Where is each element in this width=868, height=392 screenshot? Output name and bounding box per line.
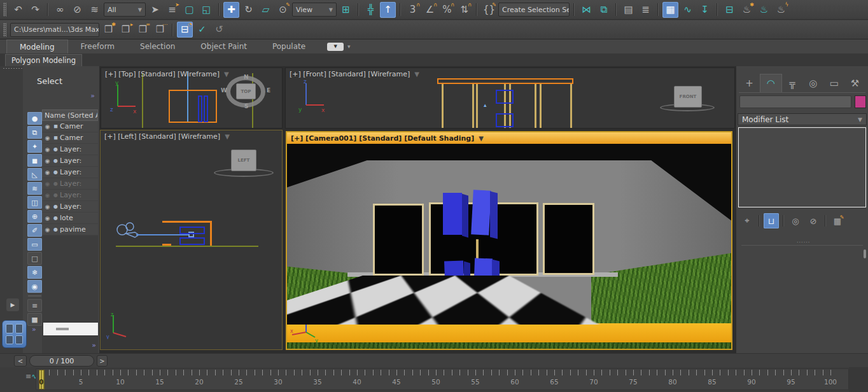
list-item[interactable]: ◉●lote [42, 213, 98, 224]
select-and-place-button[interactable]: ⊙✎ [275, 2, 291, 18]
compass-west[interactable]: W [221, 87, 227, 94]
viewport-left[interactable]: [+] [Left] [Standard] [Wireframe] ▼ LEFT… [100, 130, 283, 350]
object-wireframe[interactable] [198, 95, 202, 122]
panel-expand-button[interactable]: ▶ [6, 298, 19, 311]
visibility-eye-icon[interactable]: ◉ [43, 169, 52, 176]
list-item[interactable]: ◉●Layer: [42, 201, 98, 213]
mirror-button[interactable]: ⋈ [578, 2, 594, 18]
filter-containers[interactable]: ▭ [27, 238, 42, 251]
compass-south[interactable]: S [244, 103, 248, 109]
scrollbar-thumb[interactable] [56, 328, 69, 330]
pin-stack-button[interactable]: ⌖ [739, 213, 755, 228]
autobackup-toggle-button[interactable]: ⊟◔ [177, 22, 193, 38]
object-wireframe[interactable] [496, 90, 514, 104]
filter-frozen[interactable]: ❄ [27, 266, 42, 279]
angle-snap-button[interactable]: ∠∩ [422, 2, 438, 18]
visibility-eye-icon[interactable]: ◉ [43, 227, 52, 233]
object-name-field[interactable] [739, 95, 851, 108]
selected-object-wireframe[interactable] [437, 78, 573, 84]
filter-bones[interactable]: ✐ [27, 224, 42, 237]
align-button[interactable]: ⧉ [596, 2, 612, 18]
compass-east[interactable]: E [267, 87, 270, 94]
panel-grip[interactable] [3, 67, 23, 69]
make-unique-button[interactable]: ◎ [788, 213, 803, 228]
tab-display[interactable]: ▭ [823, 74, 844, 92]
unlink-selection-button[interactable]: ⊘ [69, 2, 85, 18]
list-item[interactable]: ◉●Layer: [42, 144, 98, 155]
file-integrity-button[interactable]: ✓ [194, 22, 210, 38]
render-setup-button[interactable]: ♨✱ [739, 2, 755, 18]
selected-object-wireframe[interactable] [169, 90, 217, 123]
filter-hidden[interactable]: ◉ [27, 280, 42, 293]
visibility-eye-icon[interactable]: ◉ [43, 204, 52, 210]
list-item[interactable]: ◉●Layer: [42, 155, 98, 167]
list-item[interactable]: ◉●Layer: [42, 178, 98, 190]
selected-object-wireframe[interactable] [210, 221, 212, 247]
tab-modify[interactable]: ◠ [760, 74, 782, 92]
viewport-label-text[interactable]: [+] [Front] [Standard] [Wireframe] [290, 70, 410, 78]
revert-autosave-button[interactable]: ↺ [211, 22, 227, 38]
create-selection-set-dropdown[interactable]: Create Selection Se▼ [498, 3, 570, 17]
toggle-ribbon-button[interactable]: ▦ [662, 2, 678, 18]
visibility-eye-icon[interactable]: ◉ [43, 181, 52, 187]
tab-polygon-modeling[interactable]: Polygon Modeling [5, 54, 82, 66]
next-frame-button[interactable]: > [97, 355, 108, 367]
time-ruler[interactable]: 0510152025303540455055606570758085909510… [36, 368, 849, 390]
visibility-eye-icon[interactable]: ◉ [43, 146, 52, 153]
visibility-eye-icon[interactable]: ◉ [43, 158, 52, 164]
chevron-down-icon[interactable]: ▾ [347, 43, 351, 50]
expand-chevron-icon[interactable]: » [32, 325, 36, 333]
filter-shapes[interactable]: ⧉ [27, 126, 42, 139]
spinner-snap-button[interactable]: ⇅∩ [456, 2, 472, 18]
scrollbar-thumb[interactable] [864, 249, 866, 258]
object-wireframe[interactable] [204, 95, 208, 122]
viewport-camera[interactable]: [+] [Camera001] [Standard] [Default Shad… [286, 131, 732, 350]
filter-geometry[interactable]: ● [27, 112, 42, 125]
list-item[interactable]: ◉◼Camer [42, 132, 98, 144]
snaps-toggle-3d-button[interactable]: 3∩ [405, 2, 421, 18]
viewport-label[interactable]: [+] [Left] [Standard] [Wireframe] ▼ [104, 132, 230, 141]
filter-funnel-icon[interactable]: ▼ [414, 71, 419, 78]
filter-xrefs[interactable]: ⊕ [27, 210, 42, 223]
viewcube[interactable]: FRONT [674, 86, 702, 108]
camera-icon[interactable] [115, 220, 144, 242]
filter-funnel-icon[interactable]: ▼ [479, 135, 484, 142]
undo-button[interactable]: ↶ [10, 2, 26, 18]
ribbon-tab-object-paint[interactable]: Object Paint [188, 39, 260, 53]
toolbar-grip[interactable] [3, 23, 6, 37]
configure-modifier-sets-button[interactable]: ▦✎ [830, 213, 845, 228]
filter-materials[interactable]: □ [27, 252, 42, 265]
filter-particles[interactable]: ◫ [27, 196, 42, 209]
project-folder-dropdown[interactable]: C:\Users\mati...\3ds Max 202▼ [10, 23, 99, 37]
list-item[interactable]: ◉●Layer: [42, 167, 98, 178]
viewport-label-text[interactable]: [+] [Camera001] [Standard] [Default Shad… [291, 134, 474, 143]
select-and-move-button[interactable]: ✚ [223, 2, 239, 18]
select-object-button[interactable]: ➤ [147, 2, 163, 18]
show-end-result-button[interactable]: ⊔ [764, 213, 779, 228]
tab-utilities[interactable]: ⚒ [844, 74, 865, 92]
filter-space-warps[interactable]: ≋ [27, 182, 42, 195]
selection-filter-dropdown[interactable]: All▼ [104, 3, 146, 17]
visibility-eye-icon[interactable]: ◉ [43, 123, 52, 130]
select-and-scale-button[interactable]: ▱ [258, 2, 274, 18]
toggle-layer-explorer-button[interactable]: ≣ [638, 2, 654, 18]
edit-named-selections-button[interactable]: {}✎ [481, 2, 497, 18]
select-and-link-button[interactable]: ∞ [52, 2, 68, 18]
select-by-name-button[interactable]: ≡➤ [164, 2, 180, 18]
modifier-stack[interactable] [738, 127, 866, 207]
reference-coordinate-dropdown[interactable]: View▼ [292, 3, 337, 17]
viewcube[interactable]: TOP [236, 83, 256, 99]
list-item[interactable]: ◉◼Camer [42, 121, 98, 132]
rectangular-selection-button[interactable]: ▢ [181, 2, 197, 18]
filter-lights[interactable]: ✦ [27, 140, 42, 153]
ribbon-tab-populate[interactable]: Populate [260, 39, 318, 53]
window-crossing-button[interactable]: ◱ [199, 2, 214, 18]
horizontal-scrollbar[interactable] [43, 323, 98, 335]
bind-to-space-warp-button[interactable]: ≋ [87, 2, 102, 18]
render-button[interactable]: ♨ϟ [773, 2, 789, 18]
tab-motion[interactable]: ◎ [802, 74, 823, 92]
schematic-view-button[interactable]: ↧ [697, 2, 713, 18]
viewport-label-text[interactable]: [+] [Top] [Standard] [Wireframe] [105, 70, 220, 78]
list-item[interactable]: ◉●Layer: [42, 190, 98, 201]
keyboard-override-button[interactable]: ↑ [380, 2, 396, 18]
